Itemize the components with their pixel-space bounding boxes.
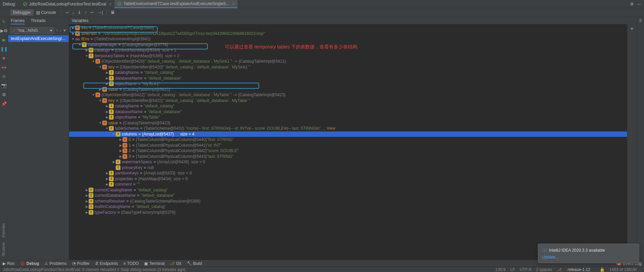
mute-breakpoints-icon[interactable]: ⊘ — [2, 74, 6, 79]
collapse-icon[interactable]: ▼ — [98, 99, 102, 102]
debug-tool[interactable]: 🐞Debug — [20, 261, 39, 266]
expand-icon[interactable]: ▶ — [112, 160, 116, 164]
expand-icon[interactable]: ▶ — [85, 48, 89, 52]
console-tab[interactable]: ▤Console — [34, 9, 59, 16]
memory-indicator[interactable]: 1463 of 1981M — [609, 267, 637, 272]
update-link[interactable]: Update... — [542, 255, 559, 259]
var-objectname[interactable]: ▶objectName="MySink1" — [69, 81, 627, 87]
todo-tool[interactable]: ≡TODO — [123, 261, 138, 266]
expand-icon[interactable]: ▶ — [105, 171, 109, 175]
stop-icon[interactable]: ■ — [3, 56, 5, 61]
prev-frame-icon[interactable]: ↑ — [56, 28, 58, 33]
run-tool[interactable]: ▶Run — [3, 261, 15, 266]
pin-icon[interactable]: 📌 — [1, 101, 7, 106]
var-currentdatabasename[interactable]: ▶currentDatabaseName="default_database" — [69, 193, 627, 198]
stack-frame[interactable]: testExplainAndExecuteSingleS — [8, 35, 69, 42]
expand-icon[interactable]: ▶ — [105, 104, 109, 108]
var-map-entry[interactable]: ▼{ObjectIdentifier@5422} "`default_catal… — [69, 92, 627, 98]
drop-frame-icon[interactable]: ⤺ — [89, 10, 96, 15]
thread-dropdown[interactable]: ✓"ma...NING▾ — [10, 27, 54, 34]
git-branch[interactable]: ⎇ release-1.12 — [557, 267, 595, 272]
var-temporarytables[interactable]: ▼temporaryTables={HashMap@5395}size = 2 — [69, 53, 627, 59]
var-catalogs[interactable]: ▶catalogs={LinkedHashMap@5394}size = 1 — [69, 47, 627, 53]
var-col3[interactable]: ▶3={TableColumn$PhysicalColumn@5443} "la… — [69, 154, 627, 160]
pause-icon[interactable]: ❚❚ — [0, 46, 8, 51]
git-tool[interactable]: ⎇Git — [170, 261, 181, 266]
minimize-icon[interactable]: — — [637, 2, 641, 6]
collapse-icon[interactable]: ▼ — [105, 127, 109, 130]
var-sinkpath[interactable]: ▶sinkPath="/var/folders/sy/rnqf03d54vv42… — [69, 31, 627, 37]
expand-icon[interactable]: ▶ — [85, 188, 89, 192]
var-tableschema[interactable]: ▼tableSchema={TableSchema@5432} "root\n … — [69, 126, 627, 131]
var-currentcatalogname[interactable]: ▶currentCatalogName="default_catalog" — [69, 187, 627, 193]
expand-icon[interactable]: ▶ — [98, 88, 102, 91]
indent[interactable]: 2 spaces — [536, 267, 552, 272]
collapse-icon[interactable]: ▼ — [98, 65, 102, 69]
caret-position[interactable]: 130:9 — [495, 267, 506, 272]
var-primarykey[interactable]: primaryKey=null — [69, 165, 627, 171]
var-this[interactable]: ▶this={TableEnvironmentITCase@3940} — [69, 25, 627, 31]
plus-icon[interactable]: + — [630, 26, 634, 32]
var-col0[interactable]: ▶0={TableColumn$PhysicalColumn@5440} "fi… — [69, 137, 627, 143]
expand-icon[interactable]: ▶ — [105, 116, 109, 119]
profiler-tool[interactable]: ◔Profiler — [72, 261, 90, 266]
camera-icon[interactable]: 📷 — [1, 83, 7, 88]
expand-icon[interactable]: ▶ — [118, 149, 123, 152]
expand-icon[interactable]: ▶ — [105, 110, 109, 113]
problems-tool[interactable]: ⚠Problems — [44, 261, 67, 266]
debugger-tab[interactable]: Debugger — [10, 9, 34, 16]
variables-tree[interactable]: ▶this={TableEnvironmentITCase@3940} ▶sin… — [69, 24, 627, 260]
var-builtincatalogname[interactable]: ▶builtInCatalogName="default_catalog" — [69, 204, 627, 210]
frames-tab[interactable]: Frames — [11, 18, 25, 24]
view-link[interactable]: ... View — [322, 126, 335, 131]
expand-icon[interactable]: ▶ — [105, 82, 109, 85]
var-partitionkeys[interactable]: ▶partitionKeys={ArrayList@5433}size = 0 — [69, 170, 627, 176]
var-map-entry[interactable]: ▼{ObjectIdentifier@5420} "`default_catal… — [69, 59, 627, 64]
close-icon[interactable]: × — [232, 1, 235, 6]
expand-icon[interactable]: ▶ — [105, 183, 109, 186]
force-step-into-icon[interactable]: ⇓ — [76, 10, 83, 15]
filter-icon[interactable]: ▼ — [63, 28, 67, 33]
var-catalogname[interactable]: ▶catalogName="default_catalog" — [69, 103, 627, 109]
var-typefactory[interactable]: ▶typeFactory={DataTypeFactoryImpl@5378} — [69, 210, 627, 215]
run-to-cursor-icon[interactable]: →| — [96, 10, 105, 15]
terminal-tool[interactable]: ▣Terminal — [144, 261, 164, 266]
rerun-icon[interactable]: ↻ — [2, 19, 6, 24]
var-watermarkspecs[interactable]: ▶watermarkSpecs={ArrayList@5438}size = 0 — [69, 159, 627, 165]
expand-icon[interactable]: ▶ — [71, 32, 75, 35]
tab-jdbc-test[interactable]: JdbcRowDataLookupFunctionTest.testEval × — [20, 0, 114, 8]
expand-icon[interactable]: ▶ — [105, 177, 109, 181]
lock-icon[interactable]: 🔒 — [600, 267, 605, 272]
expand-icon[interactable]: ▶ — [118, 144, 123, 147]
var-col2[interactable]: ▶2={TableColumn$PhysicalColumn@5442} "sc… — [69, 148, 627, 154]
var-objectname[interactable]: ▶objectName="MyTable" — [69, 114, 627, 120]
endpoints-tool[interactable]: ⇵Endpoints — [95, 261, 118, 266]
expand-icon[interactable]: ▶ — [85, 211, 89, 214]
encoding[interactable]: UTF-8 — [520, 267, 531, 272]
expand-icon[interactable]: ▶ — [118, 138, 123, 141]
collapse-icon[interactable]: ▼ — [71, 37, 75, 41]
collapse-icon[interactable]: ▼ — [78, 43, 82, 46]
var-key[interactable]: ▼key={ObjectIdentifier@5420} "`default_c… — [69, 64, 627, 70]
expand-icon[interactable]: ▶ — [118, 155, 123, 158]
expand-icon[interactable]: ▶ — [85, 205, 89, 208]
close-icon[interactable]: × — [109, 1, 112, 7]
tab-table-env-test[interactable]: TableEnvironmentITCase.testExplainAndExe… — [114, 0, 238, 8]
collapse-icon[interactable]: ▼ — [91, 93, 95, 97]
collapse-icon[interactable]: ▼ — [91, 60, 95, 63]
collapse-icon[interactable]: ▼ — [98, 121, 102, 125]
favorites-tab[interactable]: Favorites — [1, 221, 6, 239]
var-schemaresolver[interactable]: ▶schemaResolver={CatalogTableSchemaResol… — [69, 198, 627, 204]
var-value[interactable]: ▶value={CatalogTableImpl@5421} — [69, 87, 627, 92]
settings-icon[interactable]: ⚙ — [2, 92, 6, 97]
expand-icon[interactable]: ▶ — [105, 77, 109, 80]
var-comment[interactable]: ▶comment="" — [69, 182, 627, 187]
expand-icon[interactable]: ▶ — [71, 26, 75, 29]
var-columns[interactable]: ▼columns = {ArrayList@5437} size = 4 — [69, 131, 627, 137]
modify-run-icon[interactable]: ▶⚙ — [0, 28, 8, 33]
var-col1[interactable]: ▶1={TableColumn$PhysicalColumn@5441} "id… — [69, 143, 627, 148]
var-catalogname[interactable]: ▶catalogName="default_catalog" — [69, 70, 627, 76]
step-over-icon[interactable]: ⤻ — [63, 10, 70, 15]
line-ending[interactable]: LF — [510, 267, 515, 272]
step-out-icon[interactable]: ↑ — [83, 10, 89, 15]
